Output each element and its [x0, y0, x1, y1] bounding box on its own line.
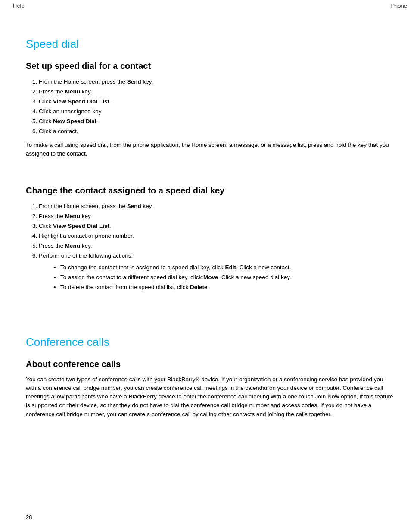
change-steps-list: From the Home screen, press the Send key…	[26, 202, 394, 292]
page-number: 28	[26, 514, 32, 520]
conference-calls-section-title: Conference calls	[26, 336, 394, 349]
change-bullet-2: To assign the contact to a different spe…	[60, 273, 394, 283]
change-subsection-title: Change the contact assigned to a speed d…	[26, 186, 394, 196]
change-bullet-3: To delete the contact from the speed dia…	[60, 283, 394, 293]
setup-step-6: Click a contact.	[39, 127, 394, 137]
change-step-6: Perform one of the following actions: To…	[39, 251, 394, 293]
setup-subsection-title: Set up speed dial for a contact	[26, 61, 394, 71]
change-step-4: Highlight a contact or phone number.	[39, 231, 394, 241]
change-bullet-1: To change the contact that is assigned t…	[60, 263, 394, 273]
setup-step-5: Click New Speed Dial.	[39, 117, 394, 127]
setup-step-2: Press the Menu key.	[39, 87, 394, 97]
change-step-5: Press the Menu key.	[39, 241, 394, 251]
speed-dial-section-title: Speed dial	[26, 37, 394, 51]
setup-note: To make a call using speed dial, from th…	[26, 141, 394, 159]
setup-step-3: Click View Speed Dial List.	[39, 97, 394, 107]
header-phone-label: Phone	[391, 3, 407, 9]
change-step-3: Click View Speed Dial List.	[39, 221, 394, 231]
change-bullets-list: To change the contact that is assigned t…	[39, 263, 394, 293]
setup-steps-list: From the Home screen, press the Send key…	[26, 77, 394, 137]
setup-step-4: Click an unassigned key.	[39, 107, 394, 117]
change-step-2: Press the Menu key.	[39, 212, 394, 221]
about-conference-calls-body: You can create two types of conference c…	[26, 375, 394, 419]
about-conference-calls-title: About conference calls	[26, 359, 394, 369]
setup-step-1: From the Home screen, press the Send key…	[39, 77, 394, 87]
change-step-1: From the Home screen, press the Send key…	[39, 202, 394, 212]
header-help-label: Help	[13, 3, 25, 9]
